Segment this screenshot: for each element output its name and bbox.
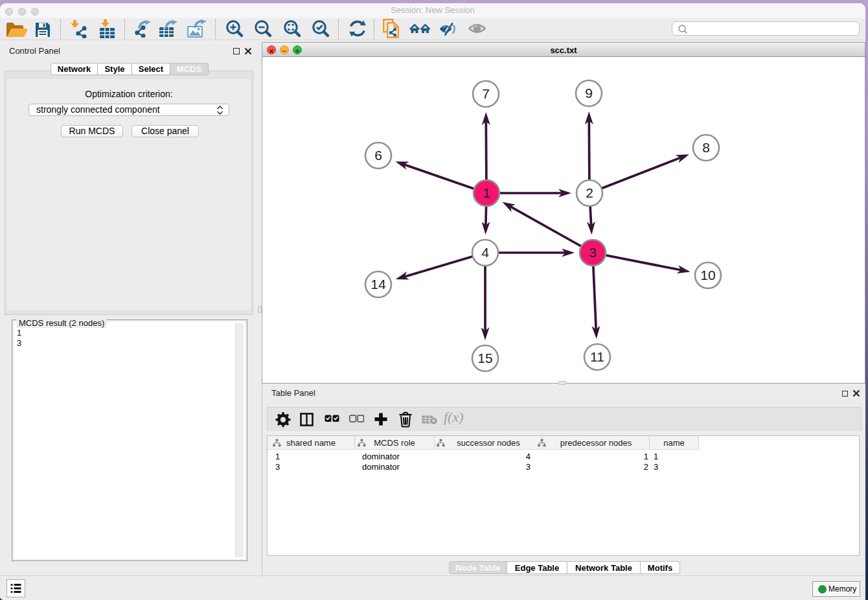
svg-text:9: 9 — [585, 86, 593, 100]
svg-text:3: 3 — [589, 245, 597, 260]
svg-text:11: 11 — [590, 349, 604, 364]
svg-text:14: 14 — [371, 277, 386, 292]
svg-text:1: 1 — [483, 185, 490, 200]
svg-text:8: 8 — [702, 140, 710, 155]
svg-text:4: 4 — [481, 245, 489, 260]
svg-text:7: 7 — [482, 86, 490, 101]
svg-text:15: 15 — [477, 351, 492, 365]
svg-text:10: 10 — [700, 268, 715, 283]
svg-text:6: 6 — [374, 148, 382, 163]
svg-text:2: 2 — [586, 185, 593, 200]
